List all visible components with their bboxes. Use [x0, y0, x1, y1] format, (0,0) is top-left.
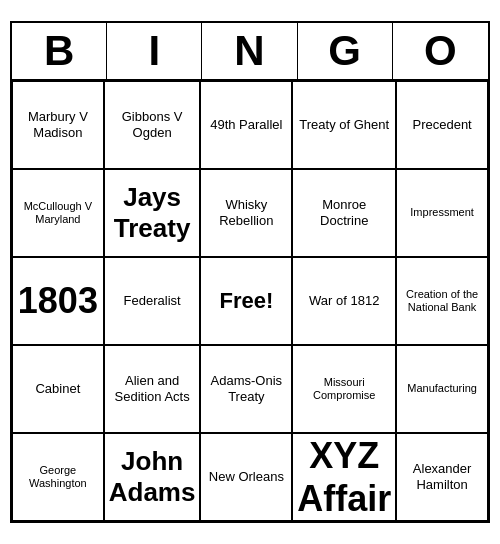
bingo-cell-15: Cabinet: [12, 345, 104, 433]
bingo-letter-n: N: [202, 23, 297, 79]
bingo-cell-1: Gibbons V Ogden: [104, 81, 201, 169]
bingo-cell-14: Creation of the National Bank: [396, 257, 488, 345]
bingo-cell-22: New Orleans: [200, 433, 292, 521]
bingo-cell-0: Marbury V Madison: [12, 81, 104, 169]
bingo-card: BINGO Marbury V MadisonGibbons V Ogden49…: [10, 21, 490, 523]
bingo-letter-g: G: [298, 23, 393, 79]
bingo-cell-8: Monroe Doctrine: [292, 169, 396, 257]
bingo-cell-20: George Washington: [12, 433, 104, 521]
bingo-cell-21: John Adams: [104, 433, 201, 521]
bingo-cell-4: Precedent: [396, 81, 488, 169]
bingo-cell-19: Manufacturing: [396, 345, 488, 433]
bingo-cell-6: Jays Treaty: [104, 169, 201, 257]
bingo-cell-7: Whisky Rebellion: [200, 169, 292, 257]
bingo-cell-24: Alexander Hamilton: [396, 433, 488, 521]
bingo-cell-10: 1803: [12, 257, 104, 345]
bingo-cell-11: Federalist: [104, 257, 201, 345]
bingo-cell-5: McCullough V Maryland: [12, 169, 104, 257]
bingo-cell-23: XYZ Affair: [292, 433, 396, 521]
bingo-letter-b: B: [12, 23, 107, 79]
bingo-cell-13: War of 1812: [292, 257, 396, 345]
bingo-cell-18: Missouri Compromise: [292, 345, 396, 433]
bingo-letter-o: O: [393, 23, 488, 79]
bingo-cell-2: 49th Parallel: [200, 81, 292, 169]
bingo-cell-12: Free!: [200, 257, 292, 345]
bingo-cell-17: Adams-Onis Treaty: [200, 345, 292, 433]
bingo-cell-3: Treaty of Ghent: [292, 81, 396, 169]
bingo-cell-9: Impressment: [396, 169, 488, 257]
bingo-grid: Marbury V MadisonGibbons V Ogden49th Par…: [12, 81, 488, 521]
bingo-header: BINGO: [12, 23, 488, 81]
bingo-cell-16: Alien and Sedition Acts: [104, 345, 201, 433]
bingo-letter-i: I: [107, 23, 202, 79]
